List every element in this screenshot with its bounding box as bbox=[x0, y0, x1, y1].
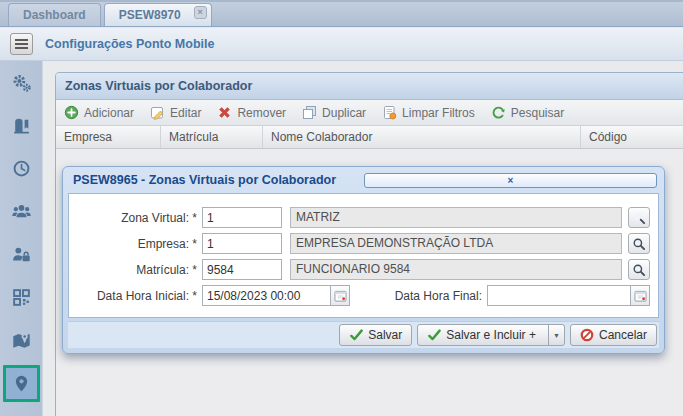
data-final-input[interactable] bbox=[487, 285, 630, 306]
sidebar-item-map-zones[interactable] bbox=[0, 319, 43, 362]
dialog-form: Zona Virtual: * MATRIZ Empresa: * EMPRES… bbox=[68, 193, 659, 318]
zona-virtual-desc: MATRIZ bbox=[290, 207, 622, 228]
cancel-icon bbox=[580, 328, 594, 342]
panel-toolbar: Adicionar Editar Remover bbox=[56, 100, 683, 126]
column-codigo[interactable]: Código bbox=[581, 126, 683, 148]
data-inicial-calendar-button[interactable] bbox=[330, 285, 350, 306]
edit-icon bbox=[150, 105, 165, 120]
sidebar-item-virtual-zones[interactable] bbox=[3, 365, 40, 402]
panel-title: Zonas Virtuais por Colaborador bbox=[65, 79, 252, 93]
clock-icon bbox=[11, 158, 32, 179]
dialog-title: PSEW8965 - Zonas Virtuais por Colaborado… bbox=[73, 173, 364, 187]
panel-header: Zonas Virtuais por Colaborador bbox=[56, 73, 683, 100]
hamburger-icon bbox=[15, 39, 28, 41]
clear-filters-button[interactable]: Limpar Filtros bbox=[382, 105, 475, 120]
duplicate-button[interactable]: Duplicar bbox=[302, 105, 366, 120]
sidebar-item-user-access[interactable] bbox=[0, 233, 43, 276]
dates-row: Data Hora Inicial: * Data Hora Final: bbox=[69, 285, 653, 306]
remove-x-icon bbox=[217, 105, 232, 120]
empresa-row: Empresa: * EMPRESA DEMONSTRAÇÃO LTDA bbox=[69, 233, 653, 254]
company-exit-icon bbox=[11, 115, 32, 136]
clear-filters-icon bbox=[382, 105, 397, 120]
column-empresa[interactable]: Empresa bbox=[56, 126, 161, 148]
matricula-label: Matrícula: * bbox=[69, 263, 202, 277]
grid-header: Empresa Matrícula Nome Colaborador Códig… bbox=[56, 126, 683, 149]
matricula-lookup-button[interactable] bbox=[628, 259, 650, 280]
column-nome-colaborador[interactable]: Nome Colaborador bbox=[263, 126, 581, 148]
zona-virtual-lookup-button[interactable] bbox=[628, 207, 650, 228]
tab-close-icon[interactable]: × bbox=[194, 6, 207, 19]
data-final-field bbox=[487, 285, 650, 306]
dialog-footer: Salvar Salvar e Incluir + ▼ Cancelar bbox=[68, 321, 659, 348]
magnifier-icon bbox=[632, 237, 646, 251]
empresa-lookup-button[interactable] bbox=[628, 233, 650, 254]
sidebar-item-company[interactable] bbox=[0, 104, 43, 147]
refresh-search-icon bbox=[491, 105, 506, 120]
user-lock-icon bbox=[11, 244, 32, 265]
check-icon bbox=[427, 328, 441, 342]
location-pin-icon bbox=[11, 373, 32, 394]
tab-psew8970-label: PSEW8970 bbox=[119, 8, 181, 22]
sidebar-item-people[interactable] bbox=[0, 190, 43, 233]
calendar-icon bbox=[334, 290, 347, 302]
save-and-add-button[interactable]: Salvar e Incluir + ▼ bbox=[417, 324, 565, 346]
empresa-desc: EMPRESA DEMONSTRAÇÃO LTDA bbox=[290, 233, 622, 254]
edit-button[interactable]: Editar bbox=[150, 105, 201, 120]
matricula-row: Matrícula: * FUNCIONARIO 9584 bbox=[69, 259, 653, 280]
save-button[interactable]: Salvar bbox=[339, 324, 412, 346]
tab-dashboard-label: Dashboard bbox=[23, 8, 86, 22]
calendar-icon bbox=[634, 290, 647, 302]
cancel-button[interactable]: Cancelar bbox=[570, 324, 657, 346]
data-inicial-field bbox=[202, 285, 350, 306]
zona-virtual-label: Zona Virtual: * bbox=[69, 211, 202, 225]
magnifier-icon bbox=[632, 211, 646, 225]
magnifier-icon bbox=[632, 263, 646, 277]
zona-virtual-row: Zona Virtual: * MATRIZ bbox=[69, 207, 653, 228]
tab-bar: Dashboard PSEW8970 × bbox=[0, 0, 683, 27]
dialog-title-bar[interactable]: PSEW8965 - Zonas Virtuais por Colaborado… bbox=[68, 167, 659, 193]
data-inicial-input[interactable] bbox=[202, 285, 330, 306]
data-final-calendar-button[interactable] bbox=[630, 285, 650, 306]
save-and-add-dropdown-arrow[interactable]: ▼ bbox=[548, 324, 564, 346]
virtual-zone-dialog: PSEW8965 - Zonas Virtuais por Colaborado… bbox=[62, 166, 665, 354]
map-location-icon bbox=[11, 330, 32, 351]
matricula-code-input[interactable] bbox=[202, 259, 282, 280]
remove-button[interactable]: Remover bbox=[217, 105, 286, 120]
tab-psew8970[interactable]: PSEW8970 × bbox=[104, 3, 212, 26]
add-button[interactable]: Adicionar bbox=[64, 105, 134, 120]
data-final-label: Data Hora Final: bbox=[350, 289, 487, 303]
sidebar-item-settings[interactable] bbox=[0, 61, 43, 104]
dialog-close-icon[interactable]: × bbox=[364, 173, 657, 188]
sidebar bbox=[0, 61, 43, 416]
duplicate-icon bbox=[302, 105, 317, 120]
search-button[interactable]: Pesquisar bbox=[491, 105, 564, 120]
menu-bar: Configurações Ponto Mobile bbox=[0, 28, 683, 61]
people-group-icon bbox=[11, 201, 32, 222]
sidebar-item-modules[interactable] bbox=[0, 276, 43, 319]
tab-dashboard[interactable]: Dashboard bbox=[8, 3, 101, 26]
data-inicial-label: Data Hora Inicial: * bbox=[69, 289, 202, 303]
settings-gears-icon bbox=[11, 72, 32, 93]
empresa-code-input[interactable] bbox=[202, 233, 282, 254]
check-icon bbox=[349, 328, 363, 342]
column-matricula[interactable]: Matrícula bbox=[161, 126, 263, 148]
add-icon bbox=[64, 105, 79, 120]
empresa-label: Empresa: * bbox=[69, 237, 202, 251]
hamburger-menu-button[interactable] bbox=[10, 33, 33, 55]
zona-virtual-code-input[interactable] bbox=[202, 207, 282, 228]
page-title: Configurações Ponto Mobile bbox=[45, 37, 214, 51]
matricula-desc: FUNCIONARIO 9584 bbox=[290, 259, 622, 280]
save-and-add-label: Salvar e Incluir + bbox=[446, 328, 536, 342]
qr-modules-icon bbox=[11, 287, 32, 308]
save-button-label: Salvar bbox=[368, 328, 402, 342]
sidebar-item-clock[interactable] bbox=[0, 147, 43, 190]
cancel-button-label: Cancelar bbox=[599, 328, 647, 342]
